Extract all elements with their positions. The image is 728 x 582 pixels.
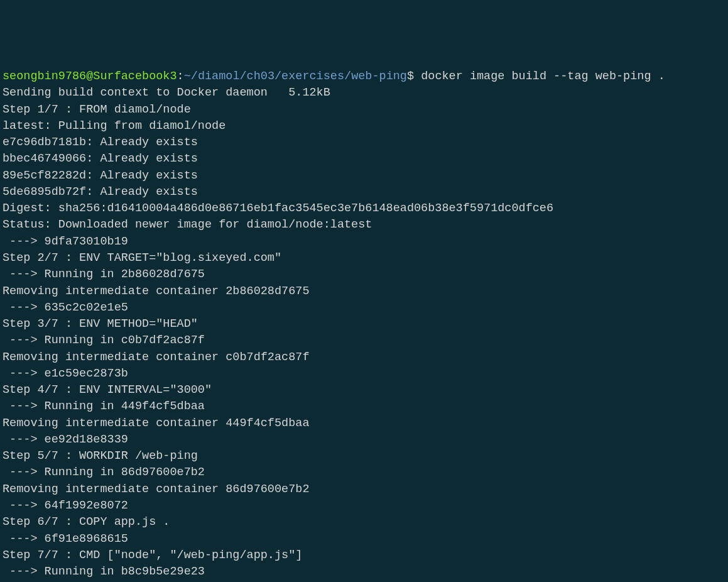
output-line: Removing intermediate container 2b86028d… <box>3 285 309 298</box>
output-line: ---> 6f91e8968615 <box>3 532 128 546</box>
output-line: ---> 64f1992e8072 <box>3 499 128 512</box>
prompt-colon: : <box>177 70 184 83</box>
prompt-dollar: $ <box>407 70 421 83</box>
output-line: Step 1/7 : FROM diamol/node <box>3 103 191 116</box>
output-line: Status: Downloaded newer image for diamo… <box>3 218 372 231</box>
output-line: ---> Running in b8c9b5e29e23 <box>3 565 205 578</box>
output-line: Digest: sha256:d16410004a486d0e86716eb1f… <box>3 202 553 215</box>
output-line: ---> e1c59ec2873b <box>3 367 128 380</box>
output-line: 5de6895db72f: Already exists <box>3 185 198 199</box>
prompt-host: Surfacebook3 <box>93 70 177 83</box>
output-line: Step 6/7 : COPY app.js . <box>3 515 170 529</box>
output-line: ---> Running in 2b86028d7675 <box>3 268 205 281</box>
output-line: Step 5/7 : WORKDIR /web-ping <box>3 449 198 463</box>
output-line: ---> 9dfa73010b19 <box>3 235 128 248</box>
output-line: Sending build context to Docker daemon 5… <box>3 86 330 99</box>
terminal-window[interactable]: seongbin9786@Surfacebook3:~/diamol/ch03/… <box>3 69 725 582</box>
command-text: docker image build --tag web-ping . <box>421 70 665 83</box>
output-line: ---> ee92d18e8339 <box>3 433 128 446</box>
prompt-at: @ <box>86 70 93 83</box>
output-line: Removing intermediate container 449f4cf5… <box>3 417 309 430</box>
output-line: ---> Running in 449f4cf5dbaa <box>3 400 205 413</box>
output-line: bbec46749066: Already exists <box>3 152 198 165</box>
output-line: ---> Running in c0b7df2ac87f <box>3 334 205 347</box>
output-line: Step 7/7 : CMD ["node", "/web-ping/app.j… <box>3 549 302 562</box>
output-line: Step 3/7 : ENV METHOD="HEAD" <box>3 317 198 331</box>
output-line: ---> 635c2c02e1e5 <box>3 301 128 314</box>
prompt-user: seongbin9786 <box>3 70 86 83</box>
output-line: ---> Running in 86d97600e7b2 <box>3 466 205 479</box>
output-line: e7c96db7181b: Already exists <box>3 136 198 149</box>
output-line: Removing intermediate container 86d97600… <box>3 483 309 496</box>
output-line: latest: Pulling from diamol/node <box>3 119 225 133</box>
prompt-path: ~/diamol/ch03/exercises/web-ping <box>184 70 407 83</box>
output-line: Step 2/7 : ENV TARGET="blog.sixeyed.com" <box>3 251 281 265</box>
output-line: Step 4/7 : ENV INTERVAL="3000" <box>3 383 212 397</box>
output-line: Removing intermediate container c0b7df2a… <box>3 351 309 364</box>
output-line: 89e5cf82282d: Already exists <box>3 169 198 182</box>
prompt-line: seongbin9786@Surfacebook3:~/diamol/ch03/… <box>3 70 665 83</box>
